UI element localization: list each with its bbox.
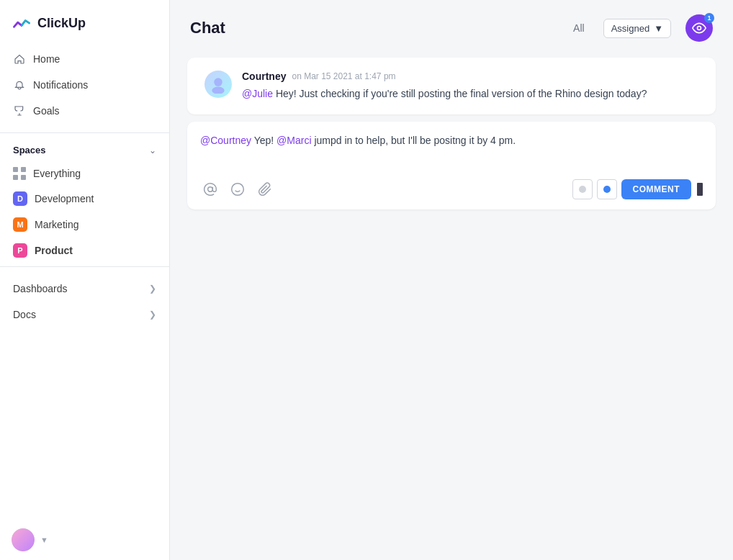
svg-point-2 xyxy=(212,87,224,94)
sidebar-item-notifications-label: Notifications xyxy=(33,79,88,91)
reply-box[interactable]: @Courtney Yep! @Marci jumpd in to help, … xyxy=(187,122,716,209)
message-text: @Julie Hey! Just checking if you're stil… xyxy=(242,86,698,101)
chat-header: Chat All Assigned ▼ 1 xyxy=(170,0,733,50)
sidebar-divider-2 xyxy=(0,266,169,267)
message-header: Courtney on Mar 15 2021 at 1:47 pm xyxy=(242,71,698,82)
sidebar-item-home-label: Home xyxy=(33,53,60,65)
filter-all-button[interactable]: All xyxy=(569,19,589,37)
everything-dots-icon xyxy=(13,167,26,180)
paperclip-icon xyxy=(258,182,272,197)
emoji-tool-button[interactable] xyxy=(228,179,248,199)
sidebar-item-product[interactable]: P Product xyxy=(0,238,169,263)
reply-text-1: Yep! xyxy=(251,135,276,146)
comment-button[interactable]: COMMENT xyxy=(621,179,692,199)
watch-button[interactable]: 1 xyxy=(685,14,713,42)
courtney-avatar xyxy=(204,71,232,98)
cursor-indicator xyxy=(697,183,703,196)
sidebar-item-docs-label: Docs xyxy=(13,309,36,320)
dashboards-chevron-icon: ❯ xyxy=(149,284,156,294)
grey-dot-button[interactable] xyxy=(572,179,593,199)
svg-point-4 xyxy=(232,184,244,196)
filter-assigned-label: Assigned xyxy=(611,23,649,34)
home-icon xyxy=(13,53,26,66)
filter-assigned-chevron-icon: ▼ xyxy=(654,23,663,34)
logo[interactable]: ClickUp xyxy=(0,0,169,43)
sidebar-item-everything-label: Everything xyxy=(33,168,81,179)
message-card: Courtney on Mar 15 2021 at 1:47 pm @Juli… xyxy=(187,58,716,114)
sidebar-item-marketing-label: Marketing xyxy=(35,219,78,230)
sidebar-item-development[interactable]: D Development xyxy=(0,186,169,212)
user-avatar xyxy=(12,528,35,551)
sidebar-item-product-label: Product xyxy=(35,245,73,256)
clickup-logo-icon xyxy=(12,13,32,33)
sidebar-user[interactable]: ▼ xyxy=(0,520,169,560)
sidebar-item-dashboards-label: Dashboards xyxy=(13,283,68,294)
at-icon xyxy=(203,182,217,197)
main-content: Chat All Assigned ▼ 1 Cou xyxy=(170,0,733,560)
sidebar-item-home[interactable]: Home xyxy=(0,46,169,72)
sidebar-bottom-section: Dashboards ❯ Docs ❯ xyxy=(0,276,169,328)
reply-actions: COMMENT xyxy=(572,179,703,199)
sidebar-item-goals-label: Goals xyxy=(33,105,60,117)
user-avatar-image xyxy=(12,528,35,551)
user-chevron-icon: ▼ xyxy=(40,536,48,544)
blue-dot-button[interactable] xyxy=(597,179,617,199)
reply-toolbar: COMMENT xyxy=(200,179,703,199)
sidebar-item-dashboards[interactable]: Dashboards ❯ xyxy=(0,276,169,302)
reply-mention-marci: @Marci xyxy=(276,135,311,146)
mention-tool-button[interactable] xyxy=(200,179,220,199)
sidebar-item-development-label: Development xyxy=(35,193,94,204)
logo-text: ClickUp xyxy=(37,16,86,31)
trophy-icon xyxy=(13,104,26,117)
reply-tools xyxy=(200,179,275,199)
eye-icon xyxy=(692,21,706,35)
grey-dot-icon xyxy=(579,186,586,193)
attachment-tool-button[interactable] xyxy=(255,179,275,199)
sidebar-item-docs[interactable]: Docs ❯ xyxy=(0,302,169,328)
message-content: Courtney on Mar 15 2021 at 1:47 pm @Juli… xyxy=(242,71,698,101)
sidebar-nav: Home Notifications Goals xyxy=(0,43,169,127)
sidebar-divider xyxy=(0,132,169,133)
spaces-chevron-icon: ⌄ xyxy=(149,145,156,155)
message-timestamp: on Mar 15 2021 at 1:47 pm xyxy=(292,71,395,81)
spaces-title: Spaces xyxy=(13,145,46,155)
page-title: Chat xyxy=(190,19,225,37)
svg-point-0 xyxy=(698,27,701,30)
message-body: Hey! Just checking if you're still posti… xyxy=(273,88,647,99)
sidebar-item-notifications[interactable]: Notifications xyxy=(0,72,169,98)
emoji-icon xyxy=(230,182,245,197)
sidebar: ClickUp Home Notifications Goals Spaces … xyxy=(0,0,170,560)
watch-badge: 1 xyxy=(704,13,714,23)
docs-chevron-icon: ❯ xyxy=(149,310,156,320)
courtney-avatar-image xyxy=(209,75,228,94)
svg-point-1 xyxy=(214,78,222,86)
mention-julie: @Julie xyxy=(242,88,273,99)
reply-text-content: @Courtney Yep! @Marci jumpd in to help, … xyxy=(200,133,703,169)
svg-point-3 xyxy=(208,187,213,192)
blue-dot-icon xyxy=(603,186,611,193)
filter-assigned-dropdown[interactable]: Assigned ▼ xyxy=(603,19,671,38)
message-author: Courtney xyxy=(242,71,286,82)
reply-text-2: jumpd in to help, but I'll be positng it… xyxy=(312,135,516,146)
spaces-header[interactable]: Spaces ⌄ xyxy=(0,139,169,161)
marketing-badge: M xyxy=(13,217,27,232)
sidebar-item-marketing[interactable]: M Marketing xyxy=(0,212,169,238)
bell-icon xyxy=(13,78,26,91)
sidebar-item-goals[interactable]: Goals xyxy=(0,98,169,124)
development-badge: D xyxy=(13,191,27,206)
chat-body: Courtney on Mar 15 2021 at 1:47 pm @Juli… xyxy=(170,50,733,560)
sidebar-item-everything[interactable]: Everything xyxy=(0,161,169,186)
product-badge: P xyxy=(13,243,27,258)
reply-mention-courtney: @Courtney xyxy=(200,135,251,146)
